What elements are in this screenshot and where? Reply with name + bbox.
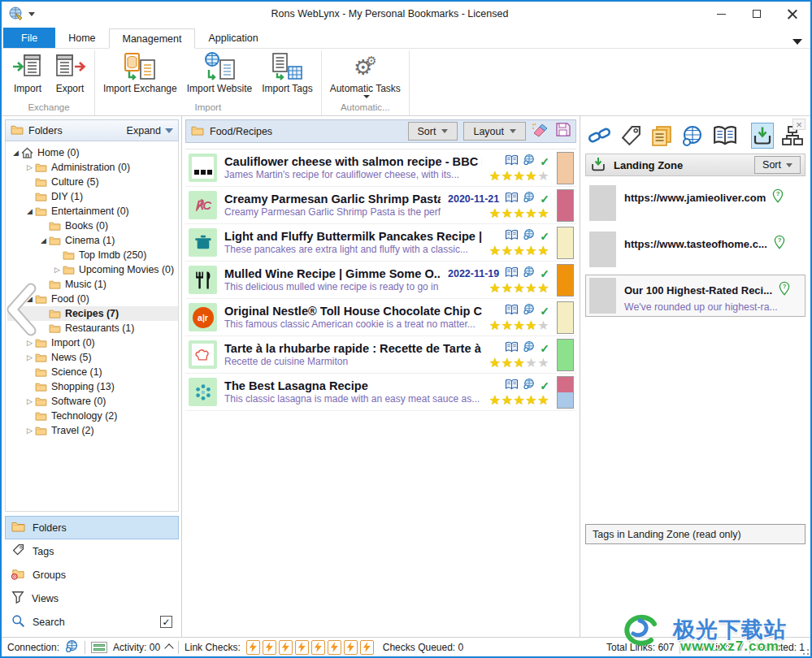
bookmark-row[interactable]: Tarte à la rhubarbe rapide : Recette de … bbox=[185, 336, 576, 374]
tree-item-label: Music (1) bbox=[65, 279, 106, 290]
rating-stars[interactable]: ★★★★★ bbox=[489, 207, 549, 220]
tree-expanded-arrow-icon[interactable]: ◢ bbox=[38, 236, 49, 245]
ribbon-button-import-website[interactable]: Import Website bbox=[182, 50, 257, 97]
sidebar-item-search[interactable]: Search✓ bbox=[5, 610, 179, 634]
tree-collapsed-arrow-icon[interactable]: ▷ bbox=[24, 163, 35, 171]
ribbon-toolbar: Import ExportExchange Import Exchange Im… bbox=[2, 48, 810, 116]
landing-zone-item[interactable]: https://www.jamieoliver.com ? bbox=[585, 182, 805, 224]
ribbon-button-automatic-tasks[interactable]: ⚙⚙Automatic Tasks bbox=[325, 50, 406, 100]
save-layout-icon[interactable] bbox=[555, 122, 571, 141]
tree-collapsed-arrow-icon[interactable]: ▷ bbox=[24, 339, 35, 347]
tree-collapsed-arrow-icon[interactable]: ▷ bbox=[24, 426, 35, 435]
tree-item-cinema[interactable]: ◢ Cinema (1) bbox=[7, 233, 178, 248]
main-area: Folders Expand ◢ Home (0)▷ Administratio… bbox=[2, 116, 810, 637]
tree-collapsed-arrow-icon[interactable]: ▷ bbox=[24, 397, 35, 405]
tree-item-administration[interactable]: ▷ Administration (0) bbox=[7, 160, 178, 175]
ribbon-button-label: Import Website bbox=[187, 83, 252, 95]
maximize-button[interactable] bbox=[739, 2, 775, 26]
star-icon: ★ bbox=[489, 318, 502, 332]
app-menu-caret-icon[interactable] bbox=[28, 12, 35, 16]
panel-close-icon[interactable]: × bbox=[792, 119, 805, 130]
landing-thumbnail bbox=[589, 278, 616, 314]
sidebar-item-tags[interactable]: Tags bbox=[5, 539, 179, 563]
color-label-bars bbox=[557, 227, 574, 259]
tree-item-travel[interactable]: ▷ Travel (2) bbox=[7, 423, 178, 438]
sidebar-collapse-chevron-icon[interactable] bbox=[3, 283, 41, 340]
chevron-up-icon[interactable] bbox=[164, 643, 173, 652]
close-button[interactable] bbox=[775, 2, 810, 26]
tab-home[interactable]: Home bbox=[55, 28, 108, 48]
bookmark-row[interactable]: a|rOriginal Nestle® Toll House Chocolate… bbox=[185, 299, 576, 336]
star-icon: ★ bbox=[525, 169, 537, 183]
tag-icon[interactable] bbox=[619, 123, 643, 149]
bookmark-row[interactable]: ℟CCreamy Parmesan Garlic Shrimp PastaCre… bbox=[185, 187, 576, 224]
tree-item-news[interactable]: ▷ News (5) bbox=[7, 350, 178, 365]
bookmark-row[interactable]: Mulled Wine Recipe | Gimme Some O...This… bbox=[185, 262, 576, 299]
resize-grip[interactable] bbox=[801, 647, 809, 655]
web-link-icon[interactable] bbox=[680, 123, 706, 149]
sidebar-item-views[interactable]: Views bbox=[5, 587, 179, 610]
notes-icon[interactable] bbox=[649, 123, 674, 149]
landing-zone-title: Landing Zone bbox=[614, 159, 683, 171]
landing-sort-button[interactable]: Sort bbox=[754, 156, 801, 174]
landing-thumbnail bbox=[589, 232, 616, 267]
tree-expanded-arrow-icon[interactable]: ◢ bbox=[24, 207, 35, 215]
ribbon-collapse-icon[interactable] bbox=[792, 39, 802, 45]
book-icon[interactable] bbox=[712, 123, 738, 149]
landing-zone-item[interactable]: https://www.tasteofhome.c... ? bbox=[585, 228, 805, 271]
sidebar-item-label: Groups bbox=[33, 569, 66, 581]
tab-file[interactable]: File bbox=[3, 28, 55, 48]
sidebar-nav: Folders Tags Groups Views Search✓ bbox=[5, 516, 179, 634]
rating-stars[interactable]: ★★★★★ bbox=[489, 357, 549, 370]
tree-expanded-arrow-icon[interactable]: ◢ bbox=[11, 149, 21, 157]
ribbon-button-import-exchange[interactable]: Import Exchange bbox=[98, 50, 182, 97]
tree-item-science[interactable]: Science (1) bbox=[7, 365, 178, 379]
landing-zone-item[interactable]: Our 100 Highest-Rated Reci... ?We've rou… bbox=[585, 275, 805, 317]
lightning-bolt-icon bbox=[263, 640, 276, 655]
rating-stars[interactable]: ★★★★★ bbox=[489, 394, 549, 407]
tree-item-home[interactable]: ◢ Home (0) bbox=[7, 145, 178, 160]
color-label-bars bbox=[557, 189, 574, 222]
ribbon-button-import-tags[interactable]: Import Tags bbox=[257, 50, 317, 97]
ribbon-button-export[interactable]: Export bbox=[49, 50, 91, 97]
bookmark-row[interactable]: The Best Lasagna RecipeThis classic lasa… bbox=[185, 374, 576, 411]
tree-item-diy[interactable]: DIY (1) bbox=[7, 189, 178, 204]
tab-application[interactable]: Application bbox=[195, 28, 271, 48]
rating-stars[interactable]: ★★★★★ bbox=[489, 245, 549, 258]
tree-item-technology[interactable]: Technology (2) bbox=[7, 409, 178, 423]
tree-item-books[interactable]: Books (0) bbox=[7, 219, 178, 233]
landing-zone-icon[interactable] bbox=[751, 123, 774, 149]
search-checkbox[interactable]: ✓ bbox=[160, 616, 172, 628]
tree-collapsed-arrow-icon[interactable]: ▷ bbox=[52, 266, 63, 274]
sidebar-item-folders[interactable]: Folders bbox=[5, 516, 179, 539]
landing-item-description: We've rounded up our highest-ra... bbox=[624, 301, 791, 313]
app-icon[interactable] bbox=[8, 6, 24, 22]
color-label bbox=[558, 265, 573, 296]
color-label-bars bbox=[557, 152, 574, 184]
eraser-icon[interactable] bbox=[532, 123, 549, 141]
layout-button[interactable]: Layout bbox=[463, 122, 526, 141]
link-icon[interactable] bbox=[587, 123, 613, 149]
sidebar-item-groups[interactable]: Groups bbox=[5, 563, 179, 587]
tab-management[interactable]: Management bbox=[109, 28, 196, 49]
tree-item-upcoming-movies[interactable]: ▷ Upcoming Movies (0) bbox=[7, 262, 178, 277]
ribbon-button-import[interactable]: Import bbox=[7, 50, 49, 97]
minimize-button[interactable] bbox=[703, 2, 739, 26]
landing-sort-label: Sort bbox=[762, 159, 781, 171]
tree-item-top-imdb[interactable]: Top Imdb (250) bbox=[7, 248, 178, 262]
tree-item-shopping[interactable]: Shopping (13) bbox=[7, 379, 178, 394]
star-icon: ★ bbox=[525, 356, 537, 370]
tree-collapsed-arrow-icon[interactable]: ▷ bbox=[24, 353, 35, 361]
star-icon: ★ bbox=[525, 281, 537, 295]
rating-stars[interactable]: ★★★★★ bbox=[489, 282, 549, 295]
tree-item-software[interactable]: ▷ Software (0) bbox=[7, 394, 178, 409]
bookmark-row[interactable]: Light and Fluffy Buttermilk Pancakes Rec… bbox=[185, 224, 576, 262]
bookmark-row[interactable]: Cauliflower cheese with salmon recipe - … bbox=[185, 149, 576, 187]
rating-stars[interactable]: ★★★★★ bbox=[489, 170, 549, 183]
rating-stars[interactable]: ★★★★★ bbox=[489, 319, 549, 332]
tree-item-culture[interactable]: Culture (5) bbox=[7, 175, 178, 189]
sort-button[interactable]: Sort bbox=[408, 122, 458, 141]
tree-item-entertainment[interactable]: ◢ Entertainment (0) bbox=[7, 204, 178, 219]
expand-control[interactable]: Expand bbox=[127, 125, 173, 136]
tree-item-label: Administration (0) bbox=[51, 162, 130, 173]
